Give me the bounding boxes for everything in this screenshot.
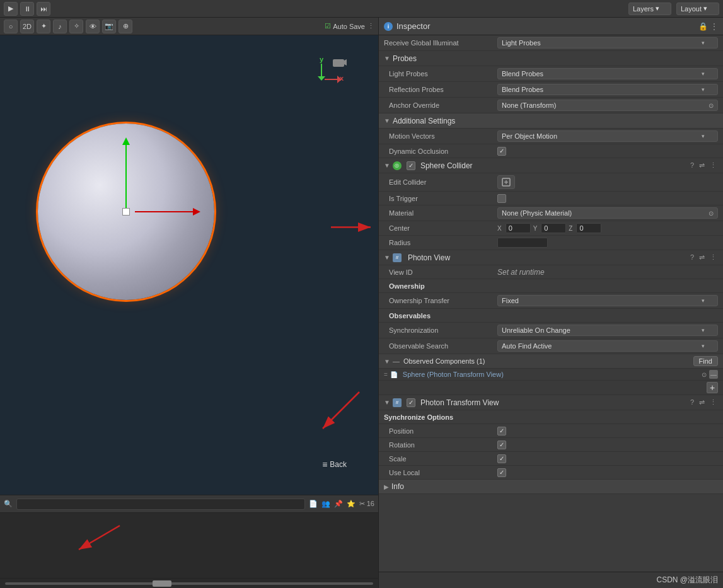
scene-more-btn[interactable]: ⋮ (367, 22, 374, 30)
use-local-label: Use Local (384, 469, 497, 476)
lock-icon[interactable]: 🔒 (698, 22, 708, 31)
ownership-transfer-dropdown[interactable]: Fixed ▾ (497, 295, 718, 306)
anchor-override-dot[interactable]: ⊙ (709, 102, 714, 109)
synchronization-dropdown[interactable]: Unreliable On Change ▾ (497, 325, 718, 336)
light-probes-label: Light Probes (384, 70, 497, 78)
center-y-input[interactable] (541, 223, 566, 233)
synchronization-label: Synchronization (384, 326, 497, 334)
info-label: Info (391, 482, 404, 491)
use-local-row: Use Local (379, 466, 723, 480)
watermark: CSDN @溢流眼泪 (379, 572, 723, 588)
anchor-override-field[interactable]: None (Transform) ⊙ (497, 100, 718, 111)
photon-transform-more[interactable]: ⋮ (709, 398, 718, 406)
is-trigger-checkbox[interactable] (497, 194, 506, 203)
edit-collider-button[interactable] (497, 175, 515, 189)
scale-row: Scale (379, 452, 723, 466)
sphere-collider-more[interactable]: ⋮ (709, 161, 718, 170)
probes-section-header[interactable]: ▼ Probes (379, 51, 723, 66)
sphere-collider-icon: ◎ (393, 161, 402, 170)
additional-settings-header[interactable]: ▼ Additional Settings (379, 113, 723, 129)
scene-2d-btn[interactable]: 2D (20, 20, 34, 33)
photon-view-title: Photon View (408, 253, 686, 262)
material-dot[interactable]: ⊙ (709, 210, 714, 217)
scene-gizmo-btn[interactable]: ⊕ (119, 20, 132, 33)
motion-vectors-dropdown[interactable]: Per Object Motion ▾ (497, 130, 718, 142)
observables-header-row: Observables (379, 309, 723, 323)
reflection-probes-dropdown[interactable]: Blend Probes ▾ (497, 84, 718, 95)
scene-canvas[interactable]: y x (0, 35, 378, 495)
photon-view-more[interactable]: ⋮ (709, 253, 718, 262)
hierarchy-icon-4: ⭐ (347, 500, 356, 508)
center-x-label: X (497, 225, 502, 232)
inspector-panel: i Inspector 🔒 ⋮ Receive Global Illuminat… (378, 18, 723, 588)
layers-dropdown[interactable]: Layers ▾ (628, 3, 671, 15)
center-z-input[interactable] (576, 223, 601, 233)
additional-settings-title: Additional Settings (393, 117, 718, 125)
hierarchy-icon-3: 📌 (334, 500, 343, 508)
observable-search-dropdown[interactable]: Auto Find Active ▾ (497, 340, 718, 352)
material-field[interactable]: None (Physic Material) ⊙ (497, 207, 718, 219)
photon-transform-settings[interactable]: ⇌ (698, 398, 706, 406)
ownership-header-row: Ownership (379, 279, 723, 293)
center-x-input[interactable] (506, 223, 531, 233)
position-checkbox[interactable] (497, 427, 506, 435)
sync-options-label: Synchronize Options (384, 413, 453, 421)
main-layout: ○ 2D ✦ ♪ ✧ 👁 📷 ⊕ ☑ Auto Save ⋮ y (0, 18, 723, 588)
back-button[interactable]: ≡ Back (322, 459, 347, 470)
inspector-more-icon[interactable]: ⋮ (710, 22, 718, 31)
rotation-row: Rotation (379, 438, 723, 452)
observed-dash: — (393, 357, 400, 365)
sphere-collider-help[interactable]: ? (689, 161, 695, 170)
hierarchy-search-input[interactable] (16, 499, 305, 510)
sphere-collider-enable[interactable] (407, 161, 415, 170)
scene-effects-btn[interactable]: ✧ (69, 20, 83, 33)
pause-button[interactable]: ⏸ (20, 2, 34, 16)
reflection-probes-label: Reflection Probes (384, 86, 497, 93)
radius-input[interactable]: 0.5 (497, 238, 548, 248)
observed-item-dot[interactable]: ⊙ (702, 371, 707, 378)
receive-gi-label: Receive Global Illuminat (384, 39, 497, 47)
photon-transform-enable[interactable] (407, 398, 415, 407)
add-observed-button[interactable]: + (707, 382, 718, 393)
rotation-checkbox[interactable] (497, 441, 506, 449)
photon-transform-icon: # (393, 398, 402, 407)
play-button[interactable]: ▶ (4, 2, 18, 16)
svg-marker-2 (318, 76, 325, 81)
scene-light-btn[interactable]: ✦ (37, 20, 50, 33)
sphere-collider-header[interactable]: ▼ ◎ Sphere Collider ? ⇌ ⋮ (379, 158, 723, 173)
nav-gizmo[interactable]: y x (296, 54, 347, 105)
photon-transform-view-header[interactable]: ▼ # Photon Transform View ? ⇌ ⋮ (379, 395, 723, 410)
photon-view-help[interactable]: ? (689, 253, 695, 262)
probes-section-title: Probes (393, 54, 718, 63)
find-button[interactable]: Find (693, 356, 718, 366)
light-probes-dropdown[interactable]: Blend Probes ▾ (497, 68, 718, 79)
scene-audio-btn[interactable]: ♪ (53, 20, 67, 33)
scale-checkbox[interactable] (497, 454, 506, 463)
dynamic-occlusion-label: Dynamic Occlusion (384, 147, 497, 155)
sphere-object[interactable] (38, 124, 214, 300)
inspector-header: i Inspector 🔒 ⋮ (379, 18, 723, 35)
observed-components-label: Observed Components (1) (403, 357, 691, 365)
use-local-checkbox[interactable] (497, 468, 506, 477)
scene-rotate-btn[interactable]: ○ (4, 20, 18, 33)
photon-transform-help[interactable]: ? (689, 398, 695, 406)
hierarchy-icon-1: 📄 (309, 500, 318, 508)
scene-scrollbar[interactable] (0, 578, 378, 588)
step-button[interactable]: ⏭ (37, 2, 50, 16)
sphere-collider-arrow: ▼ (384, 162, 390, 169)
sphere-collider-settings[interactable]: ⇌ (698, 161, 706, 170)
scene-hidden-btn[interactable]: 👁 (86, 20, 100, 33)
remove-observed-button[interactable]: — (709, 370, 718, 379)
receive-gi-dropdown[interactable]: Light Probes ▾ (497, 37, 718, 49)
observed-drag-handle[interactable]: = (384, 371, 388, 378)
anchor-override-row: Anchor Override None (Transform) ⊙ (379, 98, 723, 113)
dynamic-occlusion-checkbox[interactable] (497, 147, 506, 156)
center-z-label: Z (569, 225, 572, 232)
photon-view-header[interactable]: ▼ # Photon View ? ⇌ ⋮ (379, 250, 723, 265)
observed-icon: 📄 (390, 371, 398, 378)
ownership-transfer-row: Ownership Transfer Fixed ▾ (379, 293, 723, 309)
info-section[interactable]: ▶ Info (379, 480, 723, 494)
layout-dropdown[interactable]: Layout ▾ (676, 3, 719, 15)
scene-camera-btn[interactable]: 📷 (102, 20, 116, 33)
photon-view-settings[interactable]: ⇌ (698, 253, 706, 262)
